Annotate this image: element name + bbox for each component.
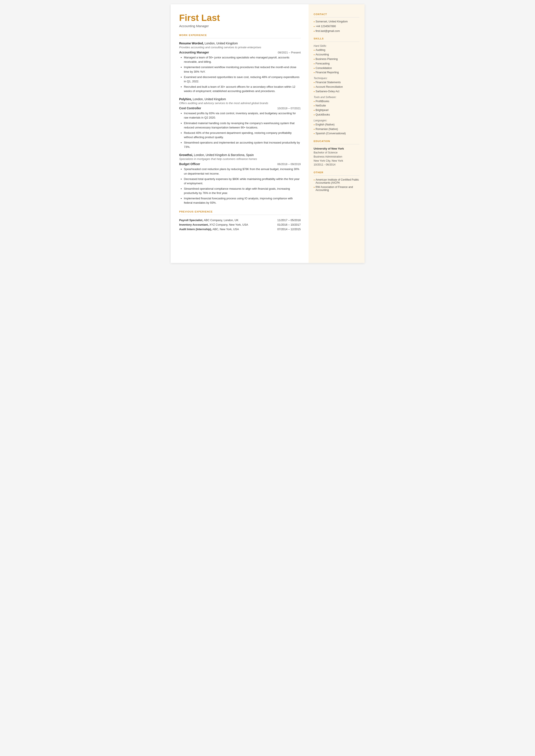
prev-exp-role-3: Audit Intern (Internship), ABC, New York… [179, 227, 268, 232]
job-row-2: Cost Controller 10/2019 – 07/2021 [179, 106, 301, 110]
company-location-3: London, United Kingdom & Barcelona, Spai… [193, 153, 254, 157]
other-item-2: • RW Association of Finance and Accounti… [314, 185, 359, 192]
company-block-2: Polyhire, London, United Kingdom Offers … [179, 97, 301, 149]
contact-item-2: • +44 1234567890 [314, 25, 359, 28]
bullet-2-4: Streamlined operations and implemented a… [184, 141, 301, 149]
candidate-name: First Last [179, 13, 301, 23]
skill-romanian: •Romanian (Native) [314, 127, 359, 131]
skill-sarbanes: •Sarbanes-Oxley Act [314, 90, 359, 94]
prev-exp-role-2: Inventory Accountant, XYZ Company, New Y… [179, 222, 268, 227]
skill-bullet: • [314, 104, 315, 108]
company-block-1: Resume Worded, London, United Kingdom Pr… [179, 42, 301, 93]
company-tagline-1: Provides accounting and consulting servi… [179, 46, 301, 49]
edu-school: University of New York [314, 147, 359, 150]
contact-item-1: • Somerset, United Kingdom [314, 20, 359, 24]
prev-exp-row-3: Audit Intern (Internship), ABC, New York… [179, 227, 301, 232]
candidate-title: Accounting Manager [179, 24, 301, 28]
skill-bullet: • [314, 100, 315, 103]
bullet-1-2: Implemented consistent workflow monitori… [184, 65, 301, 74]
skill-netsuite: •NetSuite [314, 104, 359, 108]
skill-financial-reporting: •Financial Reporting [314, 71, 359, 74]
skill-auditing: •Auditing [314, 48, 359, 52]
tools-label: Tools and Software: [314, 96, 359, 99]
skill-bullet: • [314, 62, 315, 66]
right-column: CONTACT • Somerset, United Kingdom • +44… [309, 4, 365, 263]
prev-exp-rest-2: XYZ Company, New York, USA [209, 223, 248, 226]
prev-exp-rest-3: ABC, New York, USA [212, 228, 239, 231]
prev-exp-dates-1: 11/2017 – 05/2018 [268, 218, 300, 222]
contact-address: Somerset, United Kingdom [316, 20, 348, 23]
education-heading: EDUCATION [314, 140, 359, 142]
bullet-1-4: Recruited and built a team of 30+ accoun… [184, 85, 301, 93]
company-location-1: London, United Kingdom [204, 42, 238, 45]
skill-bullet: • [314, 58, 315, 61]
other-text-2: RW Association of Finance and Accounting [316, 185, 359, 192]
skill-financial-statements: •Financial Statements [314, 81, 359, 84]
company-name-3: Growthsi, [179, 153, 193, 157]
bullet-3-3: Streamlined operational compliance measu… [184, 187, 301, 195]
job-dates-2: 10/2019 – 07/2021 [277, 107, 300, 110]
prev-exp-dates-3: 07/2014 – 12/2015 [268, 227, 300, 232]
skill-bullet: • [314, 132, 315, 136]
job-title-1: Accounting Manager [179, 51, 209, 54]
bullet-list-1: Managed a team of 50+ junior accounting … [179, 55, 301, 93]
prev-exp-bold-2: Inventory Accountant, [179, 223, 209, 226]
skill-business-planning: •Business Planning [314, 58, 359, 61]
company-header-2: Polyhire, London, United Kingdom [179, 97, 301, 101]
contact-bullet-3: • [314, 30, 315, 33]
job-row-3: Budget Officer 06/2018 – 09/2019 [179, 162, 301, 166]
bullet-3-2: Decreased total quarterly expenses by $8… [184, 177, 301, 185]
bullet-list-2: Increased profits by 83% via cost contro… [179, 111, 301, 149]
bullet-3-4: Implemented financial forecasting proces… [184, 196, 301, 205]
company-name-2: Polyhire, [179, 98, 192, 101]
skill-bullet: • [314, 127, 315, 131]
skill-bullet: • [314, 85, 315, 89]
skill-spanish: •Spanish (Conversational) [314, 132, 359, 136]
other-section: OTHER • American Institute of Certified … [314, 171, 359, 192]
left-column: First Last Accounting Manager WORK EXPER… [171, 4, 309, 263]
skill-bullet: • [314, 67, 315, 70]
contact-phone: +44 1234567890 [316, 25, 336, 28]
contact-item-3: • first.last@gmail.com [314, 30, 359, 33]
prev-exp-row-2: Inventory Accountant, XYZ Company, New Y… [179, 222, 301, 227]
contact-bullet-2: • [314, 25, 315, 28]
bullet-2-1: Increased profits by 83% via cost contro… [184, 111, 301, 120]
skill-forecasting: •Forecasting [314, 62, 359, 66]
previous-experience-table: Payroll Specialist, ABC Company, London,… [179, 218, 301, 232]
bullet-list-3: Spearheaded cost reduction plans by redu… [179, 167, 301, 205]
other-heading: OTHER [314, 171, 359, 174]
skill-consolidation: •Consolidation [314, 67, 359, 70]
prev-exp-rest-1: ABC Company, London, UK [203, 218, 239, 222]
job-title-3: Budget Officer [179, 162, 200, 166]
contact-email: first.last@gmail.com [316, 30, 340, 33]
skill-bullet: • [314, 48, 315, 52]
prev-exp-bold-1: Payroll Specialist, [179, 218, 203, 222]
edu-location: New York City, New York [314, 159, 359, 163]
previous-experience-heading: PREVIOUS EXPERIENCE [179, 210, 301, 213]
prev-exp-role-1: Payroll Specialist, ABC Company, London,… [179, 218, 268, 222]
company-block-3: Growthsi, London, United Kingdom & Barce… [179, 153, 301, 205]
company-tagline-3: Specializes in mortgages that help custo… [179, 157, 301, 160]
skill-bullet: • [314, 81, 315, 84]
skill-bullet: • [314, 90, 315, 94]
skill-bullet: • [314, 123, 315, 127]
bullet-1-1: Managed a team of 50+ junior accounting … [184, 55, 301, 64]
skill-account-reconciliation: •Account Reconciliation [314, 85, 359, 89]
edu-field: Business Administration [314, 155, 359, 159]
skills-section: SKILLS Hard Skills: •Auditing •Accountin… [314, 37, 359, 136]
job-dates-1: 08/2021 – Present [278, 51, 300, 54]
skill-brightpearl: •Brightpearl [314, 109, 359, 112]
prev-exp-row-1: Payroll Specialist, ABC Company, London,… [179, 218, 301, 222]
contact-bullet-1: • [314, 20, 315, 24]
edu-degree: Bachelor of Science [314, 151, 359, 155]
skills-heading: SKILLS [314, 37, 359, 40]
languages-label: Languages: [314, 119, 359, 122]
other-text-1: American Institute of Certified Public A… [316, 178, 359, 184]
skill-bullet: • [314, 71, 315, 74]
education-section: EDUCATION University of New York Bachelo… [314, 140, 359, 167]
prev-exp-bold-3: Audit Intern (Internship), [179, 228, 212, 231]
hard-skills-label: Hard Skills: [314, 44, 359, 47]
contact-divider [314, 17, 359, 17]
company-location-2: London, United Kingdom [192, 98, 226, 101]
job-title-2: Cost Controller [179, 106, 201, 110]
